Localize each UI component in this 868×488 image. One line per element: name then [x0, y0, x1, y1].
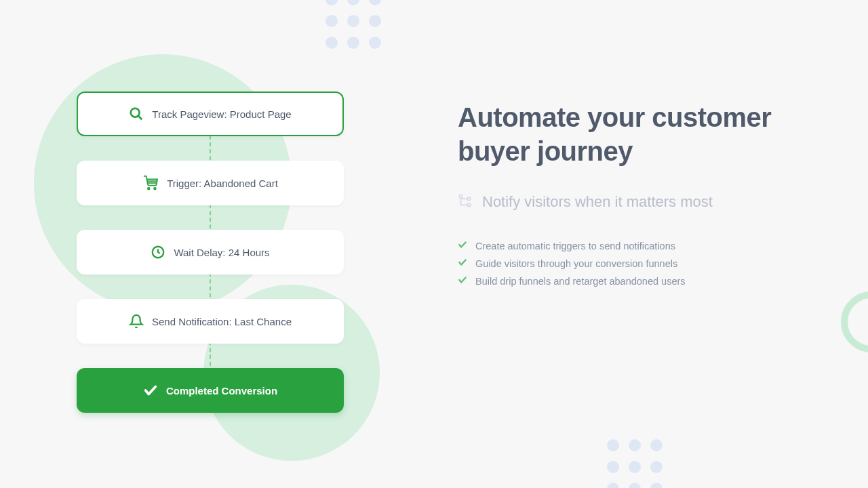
benefit-item: Guide visitors through your conversion f…: [458, 258, 827, 270]
step-label: Track Pageview: Product Page: [152, 108, 291, 120]
workflow-diagram: Track Pageview: Product Page Trigger: Ab…: [0, 0, 420, 488]
svg-point-8: [467, 197, 471, 201]
step-label: Trigger: Abandoned Cart: [167, 178, 278, 189]
workflow-step-wait: Wait Delay: 24 Hours: [77, 230, 344, 274]
bell-icon: [129, 314, 144, 329]
subtitle: Notify visitors when it matters most: [482, 193, 713, 211]
svg-point-0: [131, 108, 140, 117]
flow-icon: [458, 192, 473, 211]
benefit-text: Create automatic triggers to send notifi…: [475, 241, 675, 251]
content-section: Automate your customer buyer journey Not…: [420, 0, 868, 488]
workflow-step-notify: Send Notification: Last Chance: [77, 299, 344, 344]
search-icon: [129, 106, 144, 121]
workflow-step-trigger: Trigger: Abandoned Cart: [77, 161, 344, 205]
benefit-list: Create automatic triggers to send notifi…: [458, 240, 827, 287]
step-label: Wait Delay: 24 Hours: [174, 247, 269, 258]
svg-line-1: [139, 116, 142, 119]
check-icon: [143, 383, 158, 398]
step-label: Completed Conversion: [166, 385, 277, 396]
check-icon: [458, 240, 467, 252]
benefit-text: Build drip funnels and retarget abandone…: [475, 276, 686, 287]
svg-point-3: [154, 188, 156, 190]
benefit-item: Build drip funnels and retarget abandone…: [458, 275, 827, 287]
step-label: Send Notification: Last Chance: [152, 316, 292, 327]
cart-icon: [142, 176, 159, 190]
workflow-step-track-pageview: Track Pageview: Product Page: [77, 92, 344, 136]
svg-point-9: [467, 203, 471, 207]
svg-point-2: [148, 188, 150, 190]
benefit-item: Create automatic triggers to send notifi…: [458, 240, 827, 252]
clock-icon: [151, 245, 165, 260]
page-title: Automate your customer buyer journey: [458, 100, 827, 168]
subtitle-row: Notify visitors when it matters most: [458, 192, 827, 211]
benefit-text: Guide visitors through your conversion f…: [475, 258, 677, 269]
check-icon: [458, 275, 467, 287]
svg-point-7: [459, 195, 462, 198]
check-icon: [458, 258, 467, 270]
workflow-step-complete: Completed Conversion: [77, 368, 344, 413]
